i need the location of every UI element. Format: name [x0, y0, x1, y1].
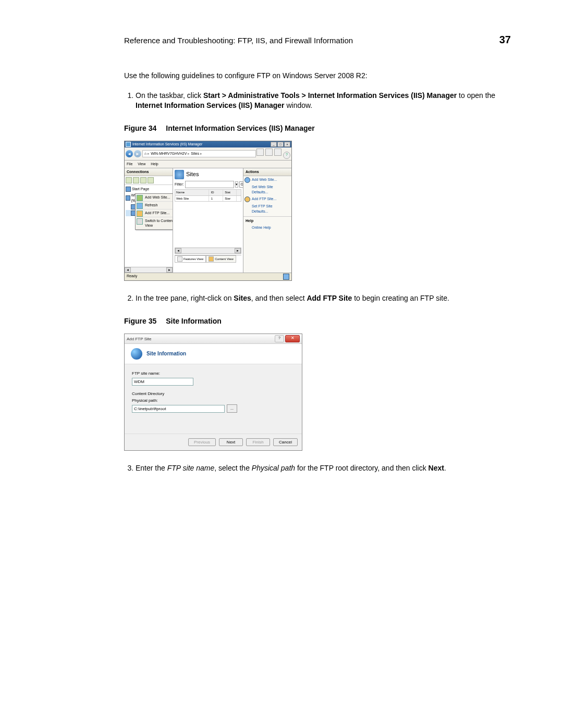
help-button[interactable]: ?	[275, 335, 284, 342]
ctx-add-web-site[interactable]: Add Web Site...	[136, 194, 173, 202]
physical-path-label: Physical path:	[132, 398, 295, 403]
content-view-icon	[209, 256, 214, 262]
content-view-tab[interactable]: Content View	[206, 255, 236, 263]
context-menu: Add Web Site... Refresh Add FTP Site... …	[135, 193, 173, 230]
ctx-add-ftp-site[interactable]: Add FTP Site...	[136, 209, 173, 217]
nav-btn3[interactable]	[274, 149, 282, 156]
center-hscroll[interactable]: ◄►	[175, 248, 241, 254]
close-button[interactable]: ×	[284, 142, 290, 147]
conn-hscroll[interactable]: ◄►	[125, 267, 173, 273]
table-row[interactable]: Web Site 1 Star	[175, 196, 241, 201]
features-view-icon	[177, 256, 182, 262]
content-directory-label: Content Directory	[132, 391, 295, 397]
conn-tool2[interactable]	[133, 177, 139, 183]
status-icon	[283, 274, 289, 280]
col-status[interactable]: Stat	[224, 190, 237, 195]
maximize-button[interactable]: □	[277, 142, 284, 147]
home-icon[interactable]: ⌂	[144, 151, 146, 156]
ftp-site-name-label: FTP site name:	[132, 371, 295, 376]
ftp-site-name-input[interactable]: WDM	[132, 378, 193, 386]
app-icon	[126, 142, 131, 147]
ctx-switch-view[interactable]: Switch to Content View	[136, 217, 173, 230]
action-set-ftp-defaults[interactable]: Set FTP Site Defaults...	[243, 203, 291, 215]
iis-manager-window: Internet Information Services (IIS) Mana…	[124, 141, 292, 281]
col-name[interactable]: Name	[175, 190, 209, 195]
header-title: Reference and Troubleshooting: FTP, IIS,…	[124, 35, 353, 46]
ftp-icon	[244, 196, 250, 202]
actions-header: Actions	[243, 168, 291, 176]
page-icon	[126, 187, 131, 192]
step-list-2: In the tree pane, right-click on Sites, …	[124, 293, 511, 304]
connections-header: Connections	[125, 168, 173, 176]
dialog-title: Add FTP Site	[127, 336, 151, 342]
close-icon[interactable]: ✕	[285, 335, 300, 342]
action-add-web-site[interactable]: Add Web Site...	[243, 176, 291, 183]
conn-tool3[interactable]	[140, 177, 146, 183]
status-bar: Ready	[125, 273, 291, 280]
step-list-1: On the taskbar, click Start > Administra…	[124, 91, 511, 111]
nav-bar: ◄ ► ⌂▸ WIN-MHRV7GHVH2V▸ Sites▸ ?	[125, 147, 291, 161]
sites-table: Name ID Stat Web Site 1 Star	[175, 189, 241, 202]
col-id[interactable]: ID	[210, 190, 223, 195]
filter-input[interactable]	[185, 181, 234, 188]
add-ftp-site-dialog: Add FTP Site ? ✕ Site Information FTP si…	[124, 334, 302, 451]
add-web-icon	[137, 195, 143, 201]
help-icon[interactable]: ?	[283, 152, 290, 159]
menu-help[interactable]: Help	[151, 162, 158, 166]
conn-tool4[interactable]	[148, 177, 154, 183]
add-ftp-icon	[137, 211, 143, 217]
center-pane: Sites Filter: ▾ Go Name ID Stat Web Site	[173, 168, 243, 273]
center-title-row: Sites	[175, 170, 241, 179]
finish-button[interactable]: Finish	[246, 438, 270, 446]
globe-icon	[131, 348, 142, 360]
connections-toolbar	[125, 176, 173, 185]
nav-btn1[interactable]	[256, 149, 264, 156]
sites-big-icon	[175, 170, 184, 179]
step-3: Enter the FTP site name, select the Phys…	[136, 463, 511, 474]
go-button[interactable]: Go	[239, 181, 244, 188]
window-title: Internet Information Services (IIS) Mana…	[132, 142, 202, 147]
menu-file[interactable]: File	[127, 162, 132, 166]
physical-path-input[interactable]: C:\inetpub\ftproot	[132, 405, 225, 413]
nav-btn2[interactable]	[265, 149, 273, 156]
step-2: In the tree pane, right-click on Sites, …	[136, 293, 511, 304]
step-1: On the taskbar, click Start > Administra…	[136, 91, 511, 111]
ctx-refresh[interactable]: Refresh	[136, 202, 173, 209]
filter-dropdown-icon[interactable]: ▾	[235, 181, 238, 188]
view-tabs: Features View Content View	[175, 255, 241, 263]
previous-button[interactable]: Previous	[188, 438, 216, 446]
figure34-caption: Figure 34Internet Information Services (…	[124, 124, 511, 134]
browse-button[interactable]: ...	[227, 404, 237, 413]
dialog-buttons: Previous Next Finish Cancel	[125, 434, 302, 450]
intro-text: Use the following guidelines to configur…	[124, 71, 511, 81]
tree-start-page[interactable]: Start Page	[126, 186, 172, 192]
breadcrumb[interactable]: ⌂▸ WIN-MHRV7GHVH2V▸ Sites▸	[142, 150, 256, 157]
window-titlebar[interactable]: Internet Information Services (IIS) Mana…	[125, 141, 291, 147]
minimize-button[interactable]: _	[271, 142, 277, 147]
action-set-web-defaults[interactable]: Set Web Site Defaults...	[243, 183, 291, 196]
switch-view-icon	[137, 218, 143, 225]
actions-pane: Actions Add Web Site... Set Web Site Def…	[243, 168, 291, 273]
status-text: Ready	[127, 274, 137, 280]
conn-tool1[interactable]	[126, 177, 132, 183]
page-number: 37	[499, 32, 511, 47]
dialog-heading: Site Information	[146, 350, 186, 357]
next-button[interactable]: Next	[219, 438, 243, 446]
menu-bar: File View Help	[125, 161, 291, 168]
action-add-ftp-site[interactable]: Add FTP Site...	[243, 195, 291, 203]
filter-label: Filter:	[175, 182, 184, 187]
menu-view[interactable]: View	[138, 162, 145, 166]
server-icon	[126, 195, 130, 201]
connections-pane: Connections Start Page WIN-MHRV7GHVH2V (…	[125, 168, 173, 273]
actions-help-section: Help	[243, 216, 291, 224]
dialog-titlebar[interactable]: Add FTP Site ? ✕	[125, 334, 302, 344]
refresh-icon	[137, 203, 143, 209]
action-online-help[interactable]: Online Help	[243, 224, 291, 231]
back-button[interactable]: ◄	[126, 150, 133, 157]
dialog-body: FTP site name: WDM Content Directory Phy…	[125, 364, 302, 434]
forward-button[interactable]: ►	[134, 150, 141, 157]
nav-right-buttons: ?	[256, 149, 290, 159]
globe-icon	[244, 177, 250, 183]
cancel-button[interactable]: Cancel	[273, 438, 298, 446]
features-view-tab[interactable]: Features View	[175, 255, 206, 263]
